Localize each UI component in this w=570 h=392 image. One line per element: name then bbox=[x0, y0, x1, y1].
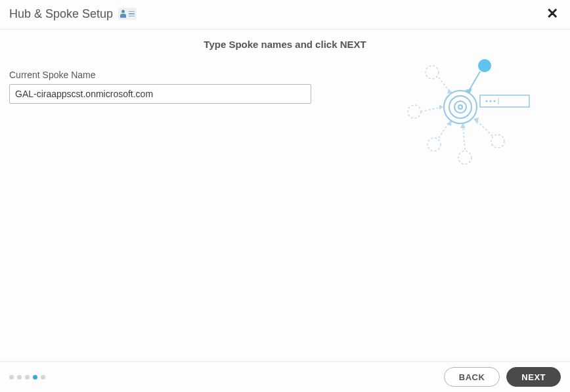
step-instruction: Type Spoke names and click NEXT bbox=[9, 39, 561, 50]
svg-point-20 bbox=[454, 101, 466, 113]
modal-header: Hub & Spoke Setup ✕ bbox=[0, 0, 570, 30]
spoke-name-label: Current Spoke Name bbox=[9, 70, 318, 80]
modal-content: Type Spoke names and click NEXT Current … bbox=[0, 30, 570, 361]
svg-line-6 bbox=[439, 77, 450, 92]
next-button[interactable]: NEXT bbox=[506, 367, 561, 387]
svg-point-19 bbox=[449, 96, 471, 118]
svg-point-4 bbox=[491, 135, 504, 148]
svg-point-25 bbox=[494, 100, 496, 102]
spoke-name-input[interactable] bbox=[9, 84, 311, 104]
svg-point-2 bbox=[428, 138, 441, 151]
step-dot bbox=[17, 375, 22, 380]
svg-marker-9 bbox=[439, 104, 443, 110]
wizard-stepper bbox=[9, 375, 45, 380]
modal-footer: BACK NEXT bbox=[0, 361, 570, 392]
back-button[interactable]: BACK bbox=[444, 367, 500, 387]
step-dot bbox=[9, 375, 14, 380]
modal-title: Hub & Spoke Setup bbox=[9, 7, 113, 21]
close-icon[interactable]: ✕ bbox=[544, 7, 561, 21]
svg-point-21 bbox=[458, 105, 462, 109]
step-dot bbox=[25, 375, 30, 380]
svg-point-23 bbox=[486, 100, 488, 102]
svg-point-1 bbox=[408, 105, 421, 118]
hub-spoke-setup-modal: Hub & Spoke Setup ✕ Type Spoke names and… bbox=[0, 0, 570, 392]
footer-buttons: BACK NEXT bbox=[444, 367, 561, 387]
spoke-form: Current Spoke Name bbox=[9, 70, 318, 104]
svg-point-3 bbox=[458, 151, 471, 164]
svg-line-8 bbox=[421, 107, 442, 112]
svg-marker-15 bbox=[473, 118, 479, 124]
svg-point-0 bbox=[426, 66, 439, 79]
step-dot-active bbox=[33, 375, 37, 380]
svg-point-5 bbox=[478, 59, 491, 72]
hub-spoke-illustration bbox=[403, 56, 534, 167]
step-dot bbox=[41, 375, 45, 380]
svg-line-14 bbox=[476, 120, 493, 136]
svg-point-24 bbox=[490, 100, 492, 102]
svg-line-12 bbox=[463, 125, 465, 150]
svg-line-16 bbox=[468, 72, 480, 92]
user-list-icon bbox=[118, 8, 137, 20]
